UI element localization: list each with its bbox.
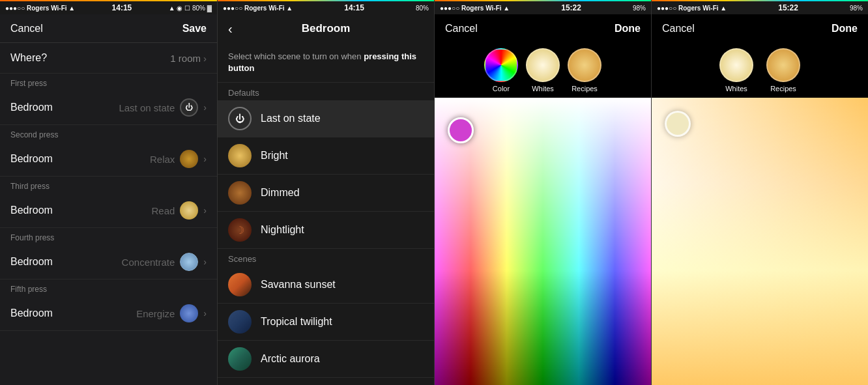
fifth-press-row[interactable]: Bedroom Energize › — [0, 296, 217, 331]
color-selector-dot[interactable] — [448, 117, 474, 143]
fourth-press-chevron-icon: › — [203, 257, 207, 267]
power-icon: ⏻ — [185, 103, 193, 112]
second-press-scene: Relax — [150, 154, 175, 165]
color-tab-circle — [484, 48, 518, 82]
back-button-p2[interactable]: ‹ — [228, 21, 233, 36]
status-bar-p2: ●●●○○ Rogers Wi-Fi ▲ 14:15 80% — [218, 1, 434, 14]
second-press-icon — [180, 150, 198, 168]
tab-recipes-p4[interactable]: Recipes — [766, 48, 800, 93]
scene-icon-arctic — [228, 347, 252, 371]
fifth-press-room: Bedroom — [10, 307, 53, 319]
scene-item-nightlight[interactable]: ☽ Nightlight — [218, 212, 434, 249]
recipes-tab-circle — [568, 48, 601, 82]
carrier-p3: ●●●○○ Rogers Wi-Fi ▲ — [440, 5, 510, 12]
scene-icon-dimmed — [228, 181, 252, 205]
whites-selector-dot[interactable] — [665, 111, 691, 137]
time-p3: 15:22 — [561, 3, 581, 12]
tab-recipes-label-p4: Recipes — [770, 85, 796, 93]
whites-picker-area[interactable] — [652, 98, 868, 385]
scene-label-savanna: Savanna sunset — [261, 279, 336, 291]
time-p2: 14:15 — [344, 3, 364, 12]
fourth-press-scene: Concentrate — [122, 257, 175, 268]
panel-color-picker: ●●●○○ Rogers Wi-Fi ▲ 15:22 98% Cancel Do… — [434, 0, 651, 385]
panel-whites-picker: ●●●○○ Rogers Wi-Fi ▲ 15:22 98% Cancel Do… — [651, 0, 868, 385]
whites-tab-circle-p4 — [719, 48, 753, 82]
time-p1: 14:15 — [112, 3, 132, 12]
first-press-icon: ⏻ — [180, 98, 198, 117]
nav-bar-p4: Cancel Done — [652, 14, 868, 43]
tab-recipes[interactable]: Recipes — [568, 48, 601, 93]
fifth-press-scene: Energize — [136, 308, 175, 319]
tab-color-label: Color — [493, 85, 510, 93]
section-first-press: First press — [0, 74, 217, 91]
save-button-p1[interactable]: Save — [182, 23, 207, 35]
title-p2: Bedroom — [302, 22, 351, 35]
first-press-scene: Last on state — [119, 102, 175, 113]
third-press-room: Bedroom — [10, 205, 53, 216]
carrier-p2: ●●●○○ Rogers Wi-Fi ▲ — [223, 5, 293, 12]
first-press-room: Bedroom — [10, 102, 53, 113]
color-tabs: Color Whites Recipes — [435, 43, 651, 98]
recipes-tab-circle-p4 — [766, 48, 800, 82]
done-button-p3[interactable]: Done — [615, 23, 641, 35]
scene-item-arctic[interactable]: Arctic aurora — [218, 341, 434, 378]
second-press-row[interactable]: Bedroom Relax › — [0, 142, 217, 177]
time-p4: 15:22 — [778, 3, 798, 12]
scene-icon-savanna — [228, 273, 252, 296]
scene-item-dimmed[interactable]: Dimmed — [218, 175, 434, 212]
nav-bar-p1: Cancel Save — [0, 14, 217, 43]
subtitle-p2: Select which scene to turn on when press… — [218, 43, 434, 83]
cancel-button-p4[interactable]: Cancel — [662, 23, 695, 35]
scene-item-savanna[interactable]: Savanna sunset — [218, 266, 434, 304]
first-press-right: Last on state ⏻ › — [119, 98, 207, 117]
fourth-press-icon — [180, 253, 198, 271]
nav-bar-p3: Cancel Done — [435, 14, 651, 43]
done-button-p4[interactable]: Done — [832, 23, 858, 35]
first-press-row[interactable]: Bedroom Last on state ⏻ › — [0, 91, 217, 125]
second-press-chevron-icon: › — [203, 154, 207, 164]
battery-p3: 98% — [633, 5, 646, 12]
scene-label-last: Last on state — [261, 113, 321, 124]
second-press-room: Bedroom — [10, 153, 53, 165]
status-bar-p3: ●●●○○ Rogers Wi-Fi ▲ 15:22 98% — [435, 1, 651, 14]
cancel-button-p3[interactable]: Cancel — [445, 23, 478, 35]
defaults-label: Defaults — [218, 83, 434, 100]
fourth-press-row[interactable]: Bedroom Concentrate › — [0, 245, 217, 279]
third-press-icon — [180, 201, 198, 220]
power-icon-p2: ⏻ — [235, 113, 244, 124]
section-second-press: Second press — [0, 125, 217, 142]
color-picker-area[interactable] — [435, 98, 651, 385]
tab-whites-p4[interactable]: Whites — [719, 48, 753, 93]
third-press-scene: Read — [151, 205, 175, 216]
tab-whites-label-p4: Whites — [725, 85, 747, 93]
tab-color[interactable]: Color — [484, 48, 518, 93]
scene-icon-nightlight: ☽ — [228, 218, 252, 242]
scene-item-bright[interactable]: Bright — [218, 137, 434, 175]
settings-content: Where? 1 room › First press Bedroom Last… — [0, 43, 217, 385]
first-press-chevron-icon: › — [203, 102, 207, 113]
cancel-button-p1[interactable]: Cancel — [10, 23, 43, 35]
third-press-chevron-icon: › — [203, 205, 207, 216]
where-row[interactable]: Where? 1 room › — [0, 43, 217, 74]
status-bar-p4: ●●●○○ Rogers Wi-Fi ▲ 15:22 98% — [652, 1, 868, 14]
section-third-press: Third press — [0, 177, 217, 193]
fourth-press-right: Concentrate › — [122, 253, 207, 271]
whites-tabs: Whites Recipes — [652, 43, 868, 98]
battery-p1: ▲ ◉ ☐ 80% ▓ — [169, 5, 212, 12]
scene-icon-bright — [228, 144, 252, 167]
battery-p2: 80% — [416, 5, 429, 12]
where-chevron-icon: › — [203, 53, 207, 64]
scenes-label: Scenes — [218, 249, 434, 266]
tab-whites[interactable]: Whites — [526, 48, 560, 93]
fourth-press-room: Bedroom — [10, 256, 53, 268]
where-label: Where? — [10, 52, 47, 64]
fifth-press-right: Energize › — [136, 304, 207, 322]
scene-label-arctic: Arctic aurora — [261, 353, 320, 365]
scene-item-last-on-state[interactable]: ⏻ Last on state — [218, 100, 434, 137]
carrier-p1: ●●●○○ Rogers Wi-Fi ▲ — [5, 5, 75, 12]
tab-whites-label: Whites — [532, 85, 554, 93]
fifth-press-icon — [180, 304, 198, 322]
third-press-row[interactable]: Bedroom Read › — [0, 193, 217, 228]
nav-bar-p2: ‹ Bedroom — [218, 14, 434, 43]
scene-item-tropical[interactable]: Tropical twilight — [218, 304, 434, 341]
